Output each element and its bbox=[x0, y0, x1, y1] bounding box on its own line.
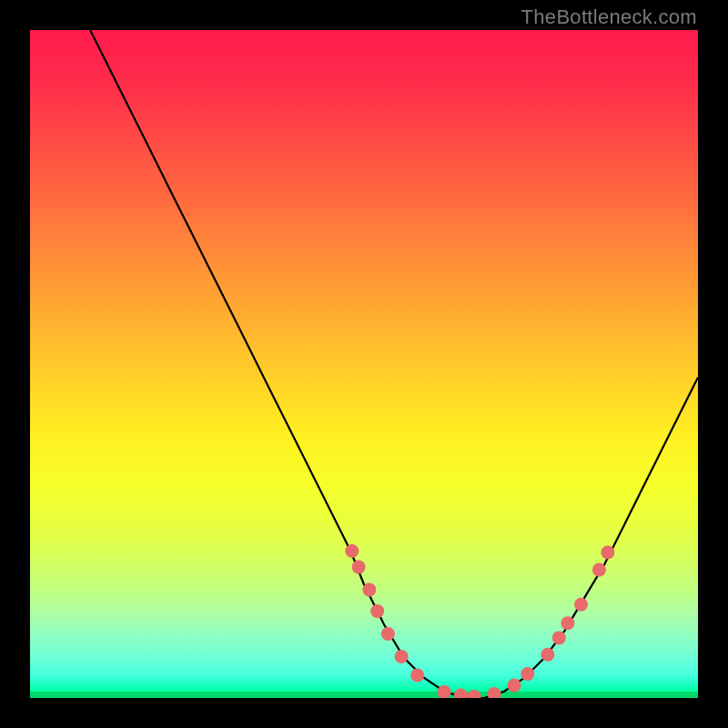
highlight-dot bbox=[454, 689, 468, 698]
highlight-dot bbox=[541, 648, 554, 662]
watermark-text: TheBottleneck.com bbox=[521, 5, 697, 29]
highlight-dot bbox=[521, 667, 534, 681]
chart-frame: TheBottleneck.com bbox=[0, 0, 728, 728]
highlight-dot bbox=[488, 687, 501, 698]
highlight-dots bbox=[345, 544, 614, 698]
highlight-dot bbox=[552, 631, 566, 644]
highlight-dot bbox=[345, 544, 359, 558]
highlight-dot bbox=[362, 583, 376, 597]
highlight-dot bbox=[592, 563, 606, 577]
bottleneck-curve bbox=[90, 30, 698, 698]
highlight-dot bbox=[561, 616, 574, 630]
curve-layer bbox=[30, 30, 698, 698]
highlight-dot bbox=[468, 690, 481, 698]
highlight-dot bbox=[410, 669, 424, 682]
highlight-dot bbox=[601, 546, 614, 560]
highlight-dot bbox=[370, 604, 384, 618]
highlight-dot bbox=[381, 627, 395, 641]
highlight-dot bbox=[508, 679, 521, 693]
highlight-dot bbox=[574, 598, 588, 612]
highlight-dot bbox=[352, 561, 366, 574]
highlight-dot bbox=[395, 650, 409, 663]
